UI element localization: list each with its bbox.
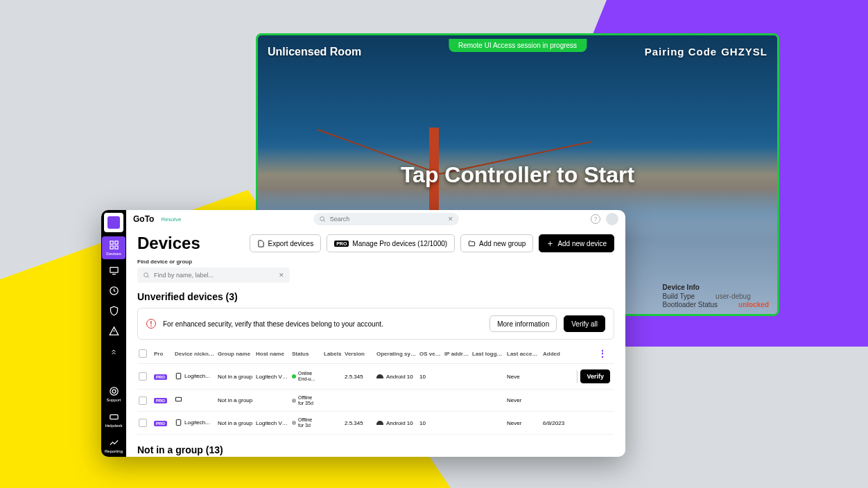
svg-rect-17 [176, 373, 180, 378]
table-row[interactable]: PRO Logitech... Not in a group Logitech … [137, 412, 614, 434]
alert-icon [109, 326, 119, 336]
svg-rect-4 [110, 268, 117, 273]
svg-point-9 [112, 390, 116, 393]
remove-button[interactable]: Remove [576, 369, 578, 383]
sidebar-item-devices[interactable]: Devices [102, 236, 125, 259]
svg-rect-18 [175, 397, 181, 401]
chart-icon [109, 437, 119, 448]
plus-icon [546, 240, 554, 247]
global-search[interactable]: ✕ [313, 213, 459, 225]
room-title: Unlicensed Room [268, 46, 361, 58]
shield-icon [109, 306, 119, 316]
brand-sub: Resolve [161, 216, 181, 223]
app-logo[interactable] [104, 213, 123, 232]
svg-rect-3 [114, 246, 117, 249]
verify-all-button[interactable]: Verify all [564, 315, 605, 332]
clock-icon [109, 286, 119, 296]
sidebar-item-reporting[interactable]: Reporting [102, 434, 125, 457]
filter-clear[interactable]: ✕ [279, 272, 284, 279]
pro-tag: PRO [154, 374, 167, 380]
svg-rect-10 [110, 415, 117, 419]
svg-rect-1 [114, 241, 117, 244]
session-banner: Remote UI Access session in progress [449, 39, 587, 52]
add-group-button[interactable]: Add new group [460, 234, 533, 252]
device-icon [175, 396, 182, 403]
grid-icon [109, 240, 119, 250]
sidebar-item-monitor[interactable] [102, 262, 125, 279]
pro-tag: PRO [154, 398, 167, 403]
sidebar-item-clock[interactable] [102, 282, 125, 299]
svg-rect-2 [110, 246, 112, 249]
svg-point-15 [144, 273, 148, 277]
tap-to-start[interactable]: Tap Controller to Start [401, 162, 634, 188]
avatar[interactable] [606, 213, 618, 225]
verify-button[interactable]: Verify [580, 369, 610, 383]
search-input[interactable] [330, 216, 444, 223]
devices-table: Pro Device nickname Group name Host name… [137, 344, 614, 435]
android-icon [376, 421, 383, 425]
pro-tag: PRO [154, 421, 167, 426]
filter-input[interactable] [154, 272, 275, 279]
pairing-code: Pairing CodeGHZYSL [641, 46, 767, 58]
security-alert: ! For enhanced security, verify that the… [137, 308, 614, 340]
row-checkbox[interactable] [139, 419, 147, 427]
device-icon [175, 419, 182, 426]
table-row[interactable]: PRO Not in a group Offlinefor 35d Never [137, 390, 614, 412]
lifebuoy-icon [109, 386, 119, 397]
svg-point-8 [110, 387, 117, 395]
filter-hint: Find device or group [137, 259, 614, 265]
device-info-panel: Device Info Build Typeuser-debug Bootloa… [663, 284, 769, 308]
row-checkbox[interactable] [139, 397, 147, 405]
manage-pro-button[interactable]: PROManage Pro devices (12/1000) [327, 234, 455, 252]
table-header: Pro Device nickname Group name Host name… [137, 344, 614, 364]
goto-resolve-window: Devices Support Helpdesk Reporting GoTo … [101, 210, 625, 457]
sidebar-collapse[interactable] [110, 342, 118, 363]
svg-line-12 [323, 220, 324, 222]
filter-box[interactable]: ✕ [137, 268, 290, 283]
topbar: GoTo Resolve ✕ ? [126, 210, 625, 228]
monitor-icon [109, 265, 119, 276]
search-clear[interactable]: ✕ [448, 216, 453, 223]
android-icon [376, 374, 383, 378]
brand-name: GoTo [133, 214, 154, 224]
ticket-icon [109, 412, 119, 422]
file-icon [257, 240, 265, 247]
alert-text: For enhanced security, verify that these… [163, 320, 483, 328]
sidebar: Devices Support Helpdesk Reporting [101, 210, 126, 457]
svg-rect-19 [176, 419, 180, 425]
svg-line-16 [148, 277, 149, 278]
search-icon [143, 272, 150, 279]
row-checkbox[interactable] [139, 372, 147, 381]
not-in-group-section-title: Not in a group (13) [137, 444, 614, 455]
warning-icon: ! [146, 319, 156, 329]
chevron-up-icon [110, 348, 118, 356]
sidebar-item-helpdesk[interactable]: Helpdesk [102, 408, 125, 431]
unverified-section-title: Unverified devices (3) [137, 291, 614, 302]
search-icon [319, 216, 326, 223]
status-dot-online [292, 374, 296, 378]
status-dot-offline [292, 421, 296, 425]
device-icon [175, 372, 182, 380]
sidebar-item-support[interactable]: Support [102, 383, 125, 406]
add-device-button[interactable]: Add new device [539, 234, 614, 252]
table-row[interactable]: PRO Logitech... Not in a group Logitech … [137, 364, 614, 390]
export-devices-button[interactable]: Export devices [250, 234, 322, 252]
sidebar-item-shield[interactable] [102, 302, 125, 320]
svg-rect-0 [110, 241, 112, 244]
page-title: Devices [137, 234, 200, 253]
sidebar-item-alert[interactable] [102, 322, 125, 340]
help-icon[interactable]: ? [591, 214, 600, 224]
svg-point-11 [320, 217, 324, 221]
more-information-button[interactable]: More information [489, 315, 557, 332]
status-dot-offline [292, 399, 296, 403]
folder-plus-icon [468, 240, 476, 247]
table-menu[interactable]: ⋮ [595, 348, 610, 359]
select-all-checkbox[interactable] [139, 349, 147, 358]
